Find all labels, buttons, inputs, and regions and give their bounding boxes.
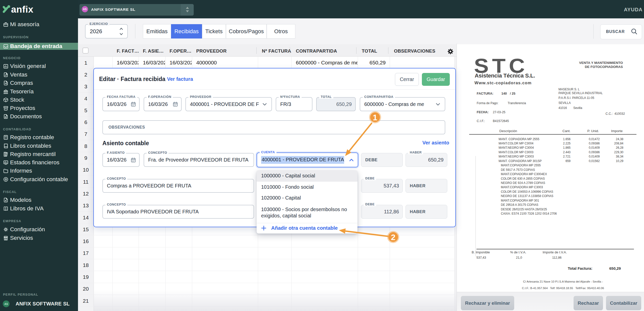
svg-text:2: 2 (391, 233, 395, 242)
svg-text:1: 1 (373, 113, 377, 122)
